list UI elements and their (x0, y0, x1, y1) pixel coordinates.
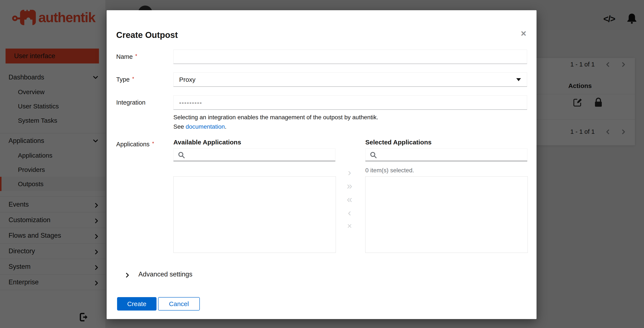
name-field[interactable] (173, 50, 527, 64)
applications-label: Applications* (116, 141, 154, 148)
integration-select[interactable]: --------- (173, 95, 527, 110)
help-period: . (225, 123, 226, 130)
selected-search (365, 149, 527, 161)
chevron-right-icon (125, 272, 130, 277)
cancel-button[interactable]: Cancel (158, 297, 200, 311)
close-icon[interactable]: × (520, 28, 528, 38)
selected-search-input[interactable] (380, 150, 526, 160)
type-label: Type* (116, 76, 134, 83)
dual-list-controls: › » « ‹ × (340, 166, 359, 233)
selected-count: 0 item(s) selected. (365, 167, 414, 174)
create-outpost-modal: Create Outpost × Name* Type* Proxy Integ… (106, 10, 536, 319)
remove-all-icon[interactable]: « (340, 192, 359, 206)
modal-title: Create Outpost (116, 30, 178, 40)
label-text: Type (116, 76, 130, 83)
type-select-value: Proxy (179, 76, 196, 83)
add-all-icon[interactable]: » (340, 179, 359, 192)
available-applications-list[interactable] (173, 176, 336, 253)
selected-applications-title: Selected Applications (365, 139, 432, 146)
required-asterisk: * (152, 141, 154, 146)
selected-applications-list[interactable] (365, 176, 528, 253)
integration-select-value: --------- (179, 99, 202, 106)
add-selected-icon[interactable]: › (340, 166, 359, 179)
available-search-input[interactable] (188, 150, 334, 160)
clear-selection-icon[interactable]: × (340, 219, 359, 233)
advanced-settings-label: Advanced settings (138, 271, 192, 278)
search-icon (178, 152, 185, 159)
name-label: Name* (116, 53, 137, 60)
required-asterisk: * (135, 53, 137, 59)
documentation-link[interactable]: documentation (186, 123, 225, 130)
integration-label: Integration (116, 99, 146, 106)
available-search (173, 149, 336, 161)
create-button[interactable]: Create (117, 297, 156, 311)
caret-down-icon (516, 78, 521, 81)
advanced-settings-toggle[interactable]: Advanced settings (125, 270, 192, 279)
screen: </> 1 - 1 of 1 Actions (0, 0, 644, 328)
search-icon (370, 152, 377, 159)
label-text: Integration (116, 99, 146, 106)
required-asterisk: * (132, 76, 134, 82)
modal-footer: Create Cancel (117, 297, 200, 311)
label-text: Applications (116, 141, 150, 148)
help-see-text: See (173, 123, 186, 130)
remove-selected-icon[interactable]: ‹ (340, 206, 359, 219)
available-applications-title: Available Applications (173, 139, 241, 146)
type-select[interactable]: Proxy (173, 72, 527, 87)
integration-help-link-line: See documentation. (173, 123, 226, 130)
integration-help-text: Selecting an integration enables the man… (173, 114, 378, 121)
label-text: Name (116, 53, 133, 60)
